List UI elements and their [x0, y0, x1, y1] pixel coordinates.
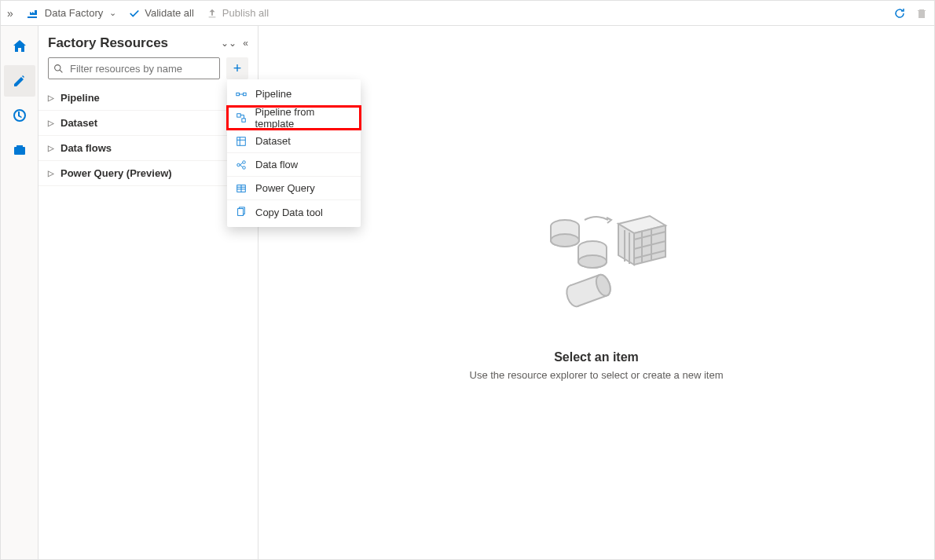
svg-rect-9 — [237, 137, 246, 145]
template-icon — [235, 112, 247, 123]
add-resource-menu: Pipeline Pipeline from template Dataset … — [227, 79, 361, 227]
collapse-panel-icon[interactable]: « — [243, 38, 248, 49]
menu-label: Dataset — [255, 135, 291, 147]
menu-item-pipeline[interactable]: Pipeline — [227, 82, 361, 106]
empty-subtitle: Use the resource explorer to select or c… — [470, 369, 724, 381]
menu-item-dataflow[interactable]: Data flow — [227, 153, 361, 177]
svg-point-13 — [243, 160, 246, 163]
svg-rect-19 — [238, 209, 244, 216]
menu-label: Data flow — [255, 159, 298, 170]
tree-item-dataflows[interactable]: ▷ Data flows — [38, 136, 258, 161]
upload-icon — [207, 8, 218, 19]
menu-item-dataset[interactable]: Dataset — [227, 130, 361, 153]
menu-item-powerquery[interactable]: Power Query — [227, 177, 361, 200]
svg-rect-5 — [244, 93, 247, 96]
search-icon — [53, 64, 64, 74]
search-input-wrapper[interactable] — [48, 57, 220, 79]
tree-label: Data flows — [60, 142, 112, 154]
plus-icon: + — [233, 60, 242, 77]
rail-monitor[interactable] — [4, 100, 35, 131]
powerquery-icon — [235, 183, 248, 194]
breadcrumb[interactable]: Data Factory ⌄ — [26, 7, 116, 20]
svg-rect-1 — [14, 147, 25, 155]
tree-item-pipeline[interactable]: ▷ Pipeline — [38, 86, 258, 111]
menu-label: Power Query — [255, 182, 315, 194]
menu-item-copy-data[interactable]: Copy Data tool — [227, 200, 361, 224]
menu-label: Pipeline from template — [255, 106, 353, 130]
pipeline-icon — [235, 89, 248, 100]
menu-item-pipeline-from-template[interactable]: Pipeline from template — [227, 106, 361, 130]
svg-point-2 — [55, 64, 60, 70]
svg-rect-8 — [242, 118, 245, 121]
add-resource-button[interactable]: + — [226, 57, 248, 79]
factory-icon — [26, 7, 38, 20]
svg-point-14 — [243, 166, 246, 169]
menu-label: Pipeline — [255, 88, 292, 100]
tree-label: Pipeline — [60, 92, 100, 104]
copy-icon — [235, 207, 248, 218]
search-input[interactable] — [68, 62, 214, 75]
top-toolbar: » Data Factory ⌄ Validate all Publish al… — [1, 1, 934, 26]
rail-author[interactable] — [4, 65, 35, 97]
tree-label: Dataset — [60, 117, 97, 129]
chevron-down-icon: ⌄ — [109, 8, 116, 18]
caret-right-icon: ▷ — [48, 144, 54, 152]
publish-all-button: Publish all — [207, 7, 269, 19]
empty-state: Select an item Use the resource explorer… — [470, 204, 724, 381]
rail-manage[interactable] — [4, 134, 35, 166]
resource-tree: ▷ Pipeline ▷ Dataset ▷ Data flows ▷ Powe… — [38, 86, 258, 186]
menu-label: Copy Data tool — [255, 207, 323, 218]
nav-rail — [1, 26, 38, 559]
rail-home[interactable] — [4, 31, 35, 62]
empty-illustration — [518, 204, 675, 338]
collapse-all-icon[interactable]: ⌄⌄ — [221, 38, 236, 49]
caret-right-icon: ▷ — [48, 93, 54, 102]
breadcrumb-label: Data Factory — [45, 7, 103, 19]
discard-icon — [915, 7, 928, 20]
tree-item-dataset[interactable]: ▷ Dataset — [38, 111, 258, 136]
expand-rail-icon[interactable]: » — [7, 7, 13, 20]
check-icon — [129, 8, 140, 19]
svg-rect-7 — [236, 113, 240, 116]
publish-label: Publish all — [222, 7, 269, 19]
validate-all-button[interactable]: Validate all — [129, 7, 194, 19]
svg-rect-4 — [236, 93, 240, 96]
validate-label: Validate all — [145, 7, 194, 19]
caret-right-icon: ▷ — [48, 169, 54, 178]
tree-item-powerquery[interactable]: ▷ Power Query (Preview) — [38, 161, 258, 186]
empty-title: Select an item — [470, 350, 724, 364]
dataset-icon — [235, 136, 248, 147]
factory-resources-panel: Factory Resources ⌄⌄ « + ▷ Pipeline ▷ Da… — [38, 26, 258, 559]
refresh-icon[interactable] — [893, 7, 906, 20]
panel-title: Factory Resources — [48, 35, 214, 51]
svg-line-3 — [60, 70, 62, 72]
svg-point-23 — [578, 255, 607, 268]
dataflow-icon — [235, 159, 248, 170]
svg-point-21 — [551, 234, 579, 247]
tree-label: Power Query (Preview) — [60, 167, 172, 179]
caret-right-icon: ▷ — [48, 119, 54, 127]
svg-point-12 — [237, 163, 240, 167]
